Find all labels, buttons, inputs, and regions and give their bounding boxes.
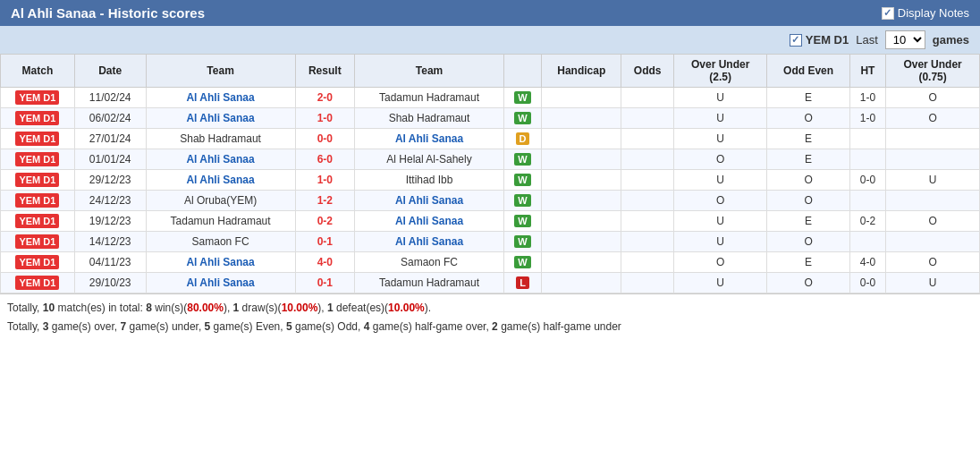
odd-even-cell: O <box>767 108 849 129</box>
col-ht: HT <box>849 55 886 88</box>
date-cell: 06/02/24 <box>74 108 146 129</box>
odds-cell <box>621 252 673 273</box>
score-cell: 0-0 <box>295 129 354 149</box>
odd-even-cell: E <box>767 252 849 273</box>
col-over-under-075: Over Under(0.75) <box>886 55 980 88</box>
date-cell: 19/12/23 <box>74 211 146 232</box>
score-cell: 0-2 <box>295 211 354 232</box>
ht-ou-cell <box>886 129 980 149</box>
odds-cell <box>621 149 673 170</box>
team1-cell[interactable]: Al Ahli Sanaa <box>146 88 295 108</box>
odds-cell <box>621 273 673 293</box>
team1-cell[interactable]: Al Ahli Sanaa <box>146 149 295 170</box>
league-cell[interactable]: YEM D1 <box>1 252 75 273</box>
team2-cell: Ittihad Ibb <box>354 170 503 191</box>
league-filter[interactable]: ✓ YEM D1 <box>790 33 849 47</box>
score-cell: 6-0 <box>295 149 354 170</box>
over-under-cell: O <box>673 252 767 273</box>
footer-line1: Totally, 10 match(es) in total: 8 win(s)… <box>7 300 973 316</box>
odd-even-cell: E <box>767 211 849 232</box>
team1-cell: Al Oruba(YEM) <box>146 191 295 211</box>
odd-even-cell: O <box>767 232 849 252</box>
handicap-cell <box>541 108 621 129</box>
ht-ou-cell: U <box>886 273 980 293</box>
score-cell: 0-1 <box>295 273 354 293</box>
league-cell[interactable]: YEM D1 <box>1 191 75 211</box>
odds-cell <box>621 211 673 232</box>
ht-ou-cell: O <box>886 252 980 273</box>
outcome-cell: W <box>504 108 542 129</box>
header: Al Ahli Sanaa - Historic scores ✓ Displa… <box>0 0 980 26</box>
outcome-cell: W <box>504 252 542 273</box>
league-cell[interactable]: YEM D1 <box>1 149 75 170</box>
team2-cell[interactable]: Al Ahli Sanaa <box>354 211 503 232</box>
league-cell[interactable]: YEM D1 <box>1 108 75 129</box>
team1-cell: Shab Hadramaut <box>146 129 295 149</box>
team1-cell[interactable]: Al Ahli Sanaa <box>146 170 295 191</box>
last-label: Last <box>856 33 878 47</box>
handicap-cell <box>541 211 621 232</box>
league-cell[interactable]: YEM D1 <box>1 211 75 232</box>
score-cell: 0-1 <box>295 232 354 252</box>
handicap-cell <box>541 232 621 252</box>
score-cell: 1-2 <box>295 191 354 211</box>
score-cell: 1-0 <box>295 170 354 191</box>
team2-cell: Tadamun Hadramaut <box>354 88 503 108</box>
score-cell: 2-0 <box>295 88 354 108</box>
league-checkbox[interactable]: ✓ <box>790 34 802 47</box>
ht-ou-cell: O <box>886 108 980 129</box>
over-under-cell: U <box>673 273 767 293</box>
odds-cell <box>621 170 673 191</box>
games-select[interactable]: 10 5 15 20 <box>885 30 925 49</box>
odd-even-cell: E <box>767 149 849 170</box>
outcome-cell: W <box>504 149 542 170</box>
outcome-cell: D <box>504 129 542 149</box>
odd-even-cell: O <box>767 273 849 293</box>
team2-cell[interactable]: Al Ahli Sanaa <box>354 129 503 149</box>
team2-cell[interactable]: Al Ahli Sanaa <box>354 232 503 252</box>
ht-ou-cell: O <box>886 211 980 232</box>
over-under-cell: U <box>673 108 767 129</box>
league-cell[interactable]: YEM D1 <box>1 232 75 252</box>
outcome-cell: W <box>504 88 542 108</box>
ht-ou-cell <box>886 191 980 211</box>
over-under-cell: U <box>673 170 767 191</box>
col-odds: Odds <box>621 55 673 88</box>
odd-even-cell: O <box>767 191 849 211</box>
handicap-cell <box>541 149 621 170</box>
league-cell[interactable]: YEM D1 <box>1 273 75 293</box>
ht-cell: 0-0 <box>849 273 886 293</box>
outcome-cell: L <box>504 273 542 293</box>
over-under-cell: U <box>673 88 767 108</box>
score-cell: 4-0 <box>295 252 354 273</box>
team1-cell[interactable]: Al Ahli Sanaa <box>146 273 295 293</box>
ht-ou-cell <box>886 232 980 252</box>
ht-cell: 1-0 <box>849 88 886 108</box>
over-under-cell: O <box>673 149 767 170</box>
page-title: Al Ahli Sanaa - Historic scores <box>11 5 205 21</box>
date-cell: 24/12/23 <box>74 191 146 211</box>
display-notes-checkbox[interactable]: ✓ <box>882 7 894 20</box>
league-cell[interactable]: YEM D1 <box>1 88 75 108</box>
team1-cell[interactable]: Al Ahli Sanaa <box>146 108 295 129</box>
ht-cell <box>849 129 886 149</box>
team2-cell[interactable]: Al Ahli Sanaa <box>354 191 503 211</box>
scores-table: Match Date Team Result Team Handicap Odd… <box>0 54 980 293</box>
odds-cell <box>621 88 673 108</box>
outcome-cell: W <box>504 211 542 232</box>
handicap-cell <box>541 170 621 191</box>
col-over-under-2: Over Under(2.5) <box>673 55 767 88</box>
ht-cell: 0-0 <box>849 170 886 191</box>
team1-cell: Tadamun Hadramaut <box>146 211 295 232</box>
league-label: YEM D1 <box>806 33 849 47</box>
league-cell[interactable]: YEM D1 <box>1 129 75 149</box>
team1-cell[interactable]: Al Ahli Sanaa <box>146 252 295 273</box>
outcome-cell: W <box>504 191 542 211</box>
league-cell[interactable]: YEM D1 <box>1 170 75 191</box>
team2-cell: Al Helal Al-Sahely <box>354 149 503 170</box>
odds-cell <box>621 191 673 211</box>
outcome-cell: W <box>504 232 542 252</box>
odds-cell <box>621 108 673 129</box>
display-notes-label[interactable]: ✓ Display Notes <box>882 6 969 20</box>
team1-cell: Samaon FC <box>146 232 295 252</box>
